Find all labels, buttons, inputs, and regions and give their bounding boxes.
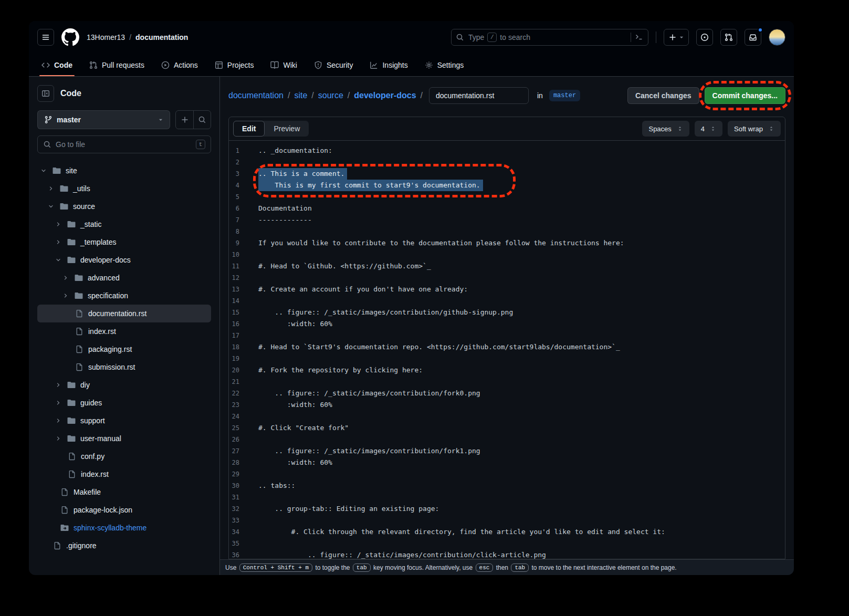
- tree-item-package-lock.json[interactable]: package-lock.json: [37, 501, 211, 519]
- hamburger-icon: [41, 33, 50, 41]
- line-number: 33: [229, 515, 239, 526]
- plus-icon: [668, 33, 677, 41]
- tree-item-index.rst[interactable]: index.rst: [37, 465, 211, 483]
- tree-item-guides[interactable]: guides: [37, 394, 211, 412]
- tree-item-packaging.rst[interactable]: packaging.rst: [37, 340, 211, 358]
- wrap-mode-select[interactable]: Soft wrap: [728, 121, 781, 137]
- code-line-16: 16 :width: 60%: [229, 318, 785, 330]
- search-files-button[interactable]: [193, 111, 211, 129]
- breadcrumb-link-source[interactable]: source: [318, 91, 343, 100]
- breadcrumb-link-site[interactable]: site: [294, 91, 307, 100]
- search-icon: [198, 116, 206, 124]
- file-icon: [68, 452, 76, 461]
- code-line-26: 26: [229, 434, 785, 445]
- file-icon: [75, 345, 83, 353]
- global-search-input[interactable]: Type / to search: [451, 29, 648, 46]
- line-number: 21: [229, 376, 239, 388]
- breadcrumb-separator: /: [129, 33, 131, 41]
- tree-item-_templates[interactable]: _templates: [37, 233, 211, 251]
- command-palette-icon[interactable]: [635, 33, 644, 41]
- new-file-button[interactable]: [176, 111, 193, 129]
- filename-input[interactable]: [429, 87, 529, 104]
- tree-item-developer-docs[interactable]: developer-docs: [37, 251, 211, 269]
- code-line-12: 12: [229, 272, 785, 284]
- tab-insights[interactable]: Insights: [363, 54, 414, 76]
- search-divider: [631, 33, 631, 42]
- breadcrumb-owner[interactable]: 13Homer13: [87, 33, 125, 41]
- tab-wiki[interactable]: Wiki: [264, 54, 303, 76]
- desktop-background: 13Homer13 / documentation Type / to sear…: [0, 0, 849, 616]
- tab-edit[interactable]: Edit: [233, 121, 265, 137]
- tab-security[interactable]: Security: [308, 54, 360, 76]
- tree-item-site[interactable]: site: [37, 162, 211, 180]
- breadcrumb-link-repo[interactable]: documentation: [228, 91, 284, 100]
- tree-item-.gitignore[interactable]: .gitignore: [37, 537, 211, 555]
- tree-item-source[interactable]: source: [37, 197, 211, 215]
- issues-button[interactable]: [696, 29, 713, 46]
- tab-pull-requests[interactable]: Pull requests: [83, 54, 151, 76]
- indent-mode-select[interactable]: Spaces: [642, 121, 689, 137]
- tab-projects[interactable]: Projects: [208, 54, 260, 76]
- tree-item-sphinx-scylladb-theme[interactable]: sphinx-scylladb-theme: [37, 519, 211, 537]
- submodule-icon: [60, 524, 69, 532]
- line-number: 34: [229, 526, 239, 538]
- collapse-sidebar-button[interactable]: [37, 85, 54, 102]
- tab-actions[interactable]: Actions: [155, 54, 204, 76]
- branch-selector[interactable]: master: [37, 110, 170, 129]
- tree-item-conf.py[interactable]: conf.py: [37, 447, 211, 465]
- file-editor: Edit Preview Spaces 4 Soft wr: [228, 117, 785, 559]
- chevron-down-icon: [40, 168, 47, 174]
- code-line-5: 5: [229, 191, 785, 203]
- commit-changes-button[interactable]: Commit changes...: [705, 87, 785, 104]
- file-breadcrumb-row: documentation / site / source / develope…: [220, 77, 794, 109]
- breadcrumb-repo[interactable]: documentation: [135, 33, 188, 41]
- hamburger-menu-button[interactable]: [37, 29, 54, 46]
- tree-item-diy[interactable]: diy: [37, 376, 211, 394]
- file-icon: [75, 309, 83, 318]
- github-logo-icon[interactable]: [61, 28, 79, 46]
- code-line-10: 10: [229, 249, 785, 260]
- code-lines: 1.. _documentation:23.. This is a commen…: [229, 145, 785, 559]
- tab-code[interactable]: Code: [35, 54, 79, 76]
- updown-icon: [768, 126, 774, 132]
- line-number: 6: [229, 203, 239, 214]
- repo-nav-tabs: Code Pull requests Actions Projects Wiki…: [29, 54, 794, 77]
- code-line-1: 1.. _documentation:: [229, 145, 785, 156]
- tree-item-advanced[interactable]: advanced: [37, 269, 211, 287]
- tree-item-submission.rst[interactable]: submission.rst: [37, 358, 211, 376]
- line-number: 7: [229, 214, 239, 226]
- code-line-32: 32 .. group-tab:: Editing an existing pa…: [229, 503, 785, 515]
- tree-item-documentation.rst[interactable]: documentation.rst: [37, 305, 211, 322]
- inbox-button[interactable]: [745, 29, 761, 46]
- code-line-30: 30.. tabs::: [229, 480, 785, 492]
- code-editor-area[interactable]: 1.. _documentation:23.. This is a commen…: [229, 141, 785, 559]
- line-number: 9: [229, 237, 239, 249]
- tree-item-_static[interactable]: _static: [37, 215, 211, 233]
- line-number: 3: [229, 168, 239, 180]
- line-number: 8: [229, 226, 239, 237]
- indent-size-select[interactable]: 4: [695, 121, 722, 137]
- tab-preview[interactable]: Preview: [265, 121, 309, 137]
- line-number: 26: [229, 434, 239, 445]
- go-to-file-input[interactable]: [56, 140, 192, 149]
- chevron-right-icon: [55, 417, 61, 424]
- tree-item-_utils[interactable]: _utils: [37, 180, 211, 197]
- chevron-right-icon: [55, 400, 61, 406]
- tree-item-Makefile[interactable]: Makefile: [37, 483, 211, 501]
- chevron-down-icon: [48, 203, 54, 210]
- code-line-19: 19: [229, 353, 785, 364]
- tree-item-index.rst[interactable]: index.rst: [37, 322, 211, 340]
- folder-icon: [67, 434, 76, 443]
- tab-settings[interactable]: Settings: [418, 54, 470, 76]
- issue-opened-icon: [700, 33, 709, 41]
- create-new-button[interactable]: [664, 29, 689, 46]
- breadcrumb-link-developer-docs[interactable]: developer-docs: [354, 91, 416, 100]
- avatar[interactable]: [769, 29, 785, 46]
- code-line-11: 11#. Head to `Github. <https://github.co…: [229, 260, 785, 272]
- cancel-changes-button[interactable]: Cancel changes: [627, 87, 699, 104]
- tree-item-specification[interactable]: specification: [37, 287, 211, 305]
- tree-item-user-manual[interactable]: user-manual: [37, 430, 211, 447]
- pull-requests-button[interactable]: [720, 29, 737, 46]
- search-placeholder: Type / to search: [468, 33, 626, 42]
- tree-item-support[interactable]: support: [37, 412, 211, 430]
